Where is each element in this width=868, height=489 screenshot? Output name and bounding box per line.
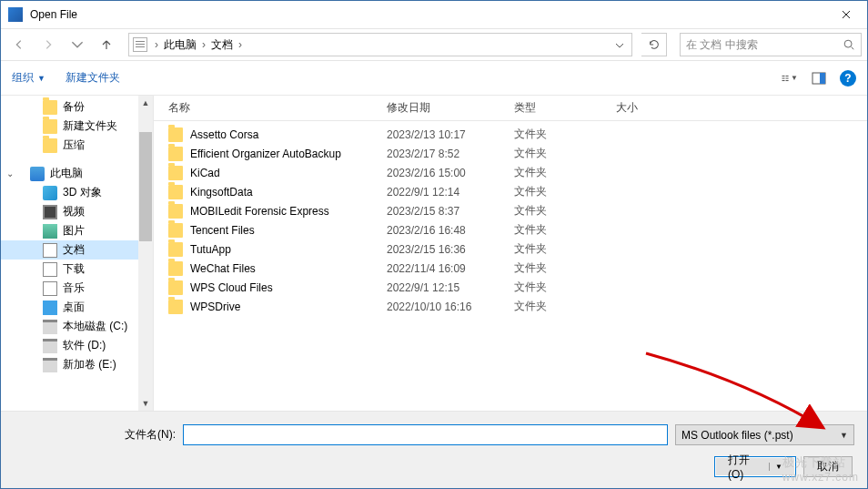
folder-icon — [43, 119, 57, 134]
column-size[interactable]: 大小 — [616, 100, 867, 116]
search-icon — [843, 38, 855, 51]
preview-pane-button[interactable] — [811, 70, 827, 87]
search-input[interactable]: 在 文档 中搜索 — [680, 33, 862, 56]
file-row[interactable]: Assetto Corsa2023/2/13 10:17文件夹 — [154, 125, 867, 144]
address-bar[interactable]: › 此电脑 › 文档 › — [128, 33, 632, 56]
address-dropdown[interactable] — [611, 38, 628, 51]
file-date: 2022/10/10 16:16 — [387, 301, 514, 313]
sidebar-item-label: 3D 对象 — [63, 185, 102, 200]
filetype-value: MS Outlook files (*.pst) — [681, 429, 793, 442]
chevron-right-icon: › — [237, 38, 244, 51]
file-row[interactable]: Tencent Files2023/2/16 16:48文件夹 — [154, 220, 867, 239]
file-row[interactable]: MOBILedit Forensic Express2023/2/15 8:37… — [154, 201, 867, 220]
view-options-button[interactable]: ▼ — [782, 70, 798, 87]
svg-rect-5 — [786, 77, 789, 78]
sidebar-item-label: 文档 — [63, 242, 85, 258]
filename-label: 文件名(N): — [14, 427, 176, 443]
sidebar-item[interactable]: ⌄此电脑 — [1, 164, 153, 183]
sidebar-item[interactable]: 文档 — [1, 240, 153, 260]
file-date: 2023/2/16 15:00 — [387, 167, 514, 179]
sidebar-item[interactable]: 桌面 — [1, 298, 153, 317]
pic-icon — [43, 224, 57, 239]
sidebar-item-label: 备份 — [63, 99, 85, 115]
column-name[interactable]: 名称 — [154, 100, 387, 116]
forward-button[interactable] — [35, 33, 61, 56]
scroll-up-icon[interactable]: ▲ — [138, 96, 153, 110]
open-file-dialog: Open File › 此电脑 › 文档 › 在 文档 中搜索 组织▼ 新建文件… — [0, 0, 868, 489]
sidebar-item[interactable]: 新建文件夹 — [1, 117, 153, 136]
svg-rect-1 — [782, 75, 785, 76]
svg-rect-2 — [782, 77, 785, 78]
filetype-select[interactable]: MS Outlook files (*.pst) ▼ — [675, 424, 854, 445]
sidebar-item[interactable]: 3D 对象 — [1, 183, 153, 202]
file-type: 文件夹 — [514, 241, 616, 257]
up-button[interactable] — [94, 33, 119, 56]
sidebar-item[interactable]: 视频 — [1, 202, 153, 221]
file-date: 2022/9/1 12:14 — [387, 186, 514, 199]
recent-dropdown[interactable] — [65, 33, 90, 56]
column-date[interactable]: 修改日期 — [387, 100, 514, 116]
refresh-button[interactable] — [641, 33, 667, 56]
file-name: TutuApp — [190, 243, 387, 256]
scroll-down-icon[interactable]: ▼ — [138, 396, 153, 411]
file-row[interactable]: WeChat Files2022/11/4 16:09文件夹 — [154, 259, 867, 278]
sidebar-item[interactable]: 图片 — [1, 221, 153, 240]
sidebar-item[interactable]: 压缩 — [1, 136, 153, 155]
sidebar-item-label: 视频 — [63, 204, 85, 219]
column-type[interactable]: 类型 — [514, 100, 616, 116]
file-date: 2023/2/16 16:48 — [387, 224, 514, 237]
new-folder-button[interactable]: 新建文件夹 — [66, 70, 120, 86]
sidebar-item-label: 下载 — [63, 261, 85, 277]
sidebar-item-label: 本地磁盘 (C:) — [63, 319, 127, 334]
chevron-right-icon: › — [200, 38, 207, 51]
scroll-thumb[interactable] — [139, 132, 152, 241]
file-row[interactable]: KingsoftData2022/9/1 12:14文件夹 — [154, 182, 867, 201]
file-row[interactable]: WPS Cloud Files2022/9/1 12:15文件夹 — [154, 278, 867, 297]
file-type: 文件夹 — [514, 184, 616, 199]
file-row[interactable]: WPSDrive2022/10/10 16:16文件夹 — [154, 297, 867, 316]
video-icon — [43, 205, 57, 219]
svg-rect-4 — [786, 75, 789, 76]
breadcrumb-root[interactable]: 此电脑 — [160, 37, 200, 53]
sidebar-item-label: 桌面 — [63, 300, 85, 315]
sidebar-item[interactable]: 本地磁盘 (C:) — [1, 317, 153, 336]
sidebar-item[interactable]: 备份 — [1, 97, 153, 117]
file-type: 文件夹 — [514, 203, 616, 219]
file-row[interactable]: TutuApp2023/2/15 16:36文件夹 — [154, 239, 867, 259]
obj3d-icon — [43, 186, 57, 200]
svg-rect-6 — [786, 80, 789, 81]
window-title: Open File — [30, 8, 825, 21]
file-date: 2023/2/13 10:17 — [387, 128, 514, 141]
file-row[interactable]: Efficient Organizer AutoBackup2023/2/17 … — [154, 144, 867, 163]
folder-icon — [168, 166, 183, 180]
breadcrumb-folder[interactable]: 文档 — [207, 37, 237, 53]
cancel-button[interactable]: 取消 — [803, 456, 853, 477]
file-pane: 名称 修改日期 类型 大小 Assetto Corsa2023/2/13 10:… — [154, 96, 867, 411]
close-button[interactable] — [825, 1, 867, 28]
file-list: Assetto Corsa2023/2/13 10:17文件夹Efficient… — [154, 121, 867, 411]
disk-icon — [43, 358, 57, 372]
organize-menu[interactable]: 组织▼ — [12, 70, 45, 86]
sidebar-item[interactable]: 软件 (D:) — [1, 336, 153, 355]
column-headers: 名称 修改日期 类型 大小 — [154, 96, 867, 121]
file-name: MOBILedit Forensic Express — [190, 205, 387, 218]
sidebar-item-label: 新加卷 (E:) — [63, 357, 116, 372]
sidebar-item[interactable]: 下载 — [1, 260, 153, 279]
help-button[interactable]: ? — [840, 70, 856, 87]
sidebar-item-label: 压缩 — [63, 138, 85, 153]
music-icon — [43, 281, 57, 296]
chevron-down-icon: ▼ — [840, 431, 848, 440]
sidebar-scrollbar[interactable]: ▲ ▼ — [138, 96, 153, 411]
nav-bar: › 此电脑 › 文档 › 在 文档 中搜索 — [1, 28, 867, 61]
disk-icon — [43, 320, 57, 334]
footer: 文件名(N): MS Outlook files (*.pst) ▼ 打开(O)… — [1, 411, 867, 488]
toolbar: 组织▼ 新建文件夹 ▼ ? — [1, 61, 867, 96]
filename-input[interactable] — [183, 424, 668, 445]
file-date: 2023/2/15 8:37 — [387, 205, 514, 218]
file-row[interactable]: KiCad2023/2/16 15:00文件夹 — [154, 163, 867, 182]
open-button[interactable]: 打开(O)▼ — [714, 456, 796, 477]
sidebar-item[interactable]: 音乐 — [1, 279, 153, 298]
svg-point-0 — [844, 40, 852, 47]
back-button[interactable] — [6, 33, 32, 56]
sidebar-item[interactable]: 新加卷 (E:) — [1, 355, 153, 374]
